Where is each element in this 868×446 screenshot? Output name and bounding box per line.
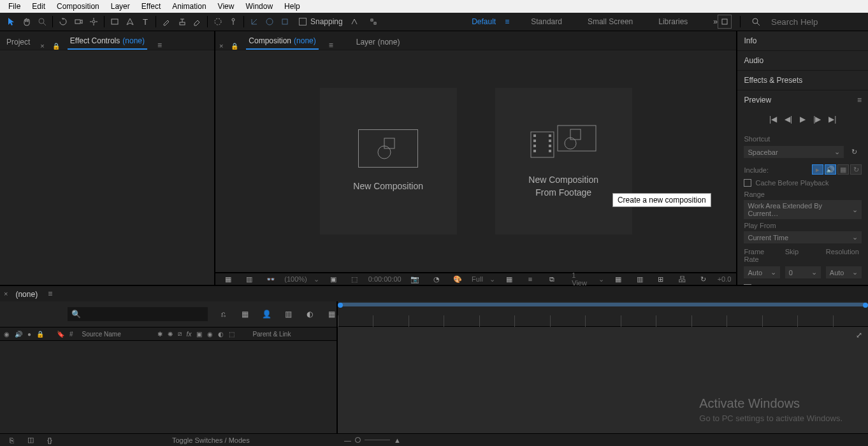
- exposure-value[interactable]: +0.0: [718, 275, 732, 283]
- expand-panel-icon[interactable]: ⤢: [852, 328, 866, 342]
- snapping-checkbox[interactable]: [299, 18, 307, 25]
- hide-shy-icon[interactable]: 👤: [259, 307, 273, 321]
- resolution-value[interactable]: Full: [472, 275, 483, 283]
- range-select[interactable]: Work Area Extended By Current…⌄: [744, 200, 862, 219]
- reset-exposure-icon[interactable]: ↻: [697, 272, 710, 286]
- rectangle-tool-icon[interactable]: [108, 15, 122, 29]
- workspace-standard[interactable]: Standard: [527, 15, 566, 28]
- pen-tool-icon[interactable]: [123, 15, 137, 29]
- panel-menu-icon[interactable]: ≡: [329, 41, 333, 50]
- close-tab-icon[interactable]: ×: [219, 42, 223, 50]
- always-preview-icon[interactable]: ▦: [221, 272, 235, 286]
- local-axis-icon[interactable]: [247, 15, 261, 29]
- puppet-pin-icon[interactable]: [226, 15, 240, 29]
- snap-collapse-icon[interactable]: [366, 15, 380, 29]
- view-layout-value[interactable]: 1 View: [572, 271, 592, 287]
- source-name-header[interactable]: Source Name: [82, 331, 152, 338]
- panel-menu-icon[interactable]: ≡: [157, 41, 162, 50]
- timeline-search-input[interactable]: [68, 307, 208, 321]
- brush-tool-icon[interactable]: [159, 15, 173, 29]
- show-channel-icon[interactable]: ◔: [430, 272, 443, 286]
- timeline-empty-area[interactable]: [0, 341, 336, 433]
- orbit-camera-icon[interactable]: [56, 15, 70, 29]
- lock-icon[interactable]: 🔒: [52, 43, 60, 50]
- menu-composition[interactable]: Composition: [51, 1, 105, 12]
- rotobrush-icon[interactable]: [211, 15, 225, 29]
- frame-blend-icon[interactable]: ▥: [281, 307, 295, 321]
- panel-menu-icon[interactable]: ≡: [48, 289, 52, 298]
- menu-window[interactable]: Window: [240, 1, 278, 12]
- close-tab-icon[interactable]: ×: [40, 42, 44, 50]
- audio-column-icon[interactable]: 🔊: [15, 331, 22, 338]
- workspace-libraries[interactable]: Libraries: [655, 15, 691, 28]
- play-icon[interactable]: ▶: [800, 115, 806, 124]
- tab-composition[interactable]: Composition (none): [246, 32, 318, 50]
- eraser-tool-icon[interactable]: [190, 15, 204, 29]
- menu-edit[interactable]: Edit: [26, 1, 51, 12]
- zoom-in-icon[interactable]: ▲: [394, 436, 401, 444]
- menu-file[interactable]: File: [3, 1, 26, 12]
- timeline-track-canvas[interactable]: Activate Windows Go to PC settings to ac…: [338, 327, 868, 433]
- preview-resolution-select[interactable]: Auto⌄: [826, 266, 862, 278]
- prev-frame-icon[interactable]: ◀|: [785, 115, 792, 124]
- parent-link-header[interactable]: Parent & Link: [252, 331, 291, 338]
- magnification-value[interactable]: (100%): [284, 275, 307, 283]
- work-area-bar[interactable]: [339, 303, 867, 306]
- solo-column-icon[interactable]: ●: [27, 331, 31, 338]
- time-ruler[interactable]: [338, 315, 868, 327]
- reset-shortcut-icon[interactable]: ↻: [847, 145, 861, 159]
- unified-camera-icon[interactable]: [71, 15, 85, 29]
- include-loop-icon[interactable]: ↻: [850, 164, 862, 175]
- clone-stamp-icon[interactable]: [175, 15, 189, 29]
- panel-menu-icon[interactable]: ≡: [857, 96, 862, 104]
- first-frame-icon[interactable]: |◀: [769, 115, 777, 124]
- type-tool-icon[interactable]: T: [138, 15, 152, 29]
- 3d-view-icon[interactable]: 品: [676, 272, 689, 286]
- search-help-input[interactable]: [769, 15, 864, 29]
- mask-icon[interactable]: 👓: [264, 272, 277, 286]
- include-audio-icon[interactable]: 🔊: [825, 164, 836, 175]
- workspace-menu-icon[interactable]: ≡: [505, 17, 509, 26]
- timeline-icon[interactable]: ≡: [523, 272, 537, 286]
- pixel-aspect-icon[interactable]: ▦: [611, 272, 625, 286]
- menu-effect[interactable]: Effect: [136, 1, 166, 12]
- toggle-switches-modes[interactable]: Toggle Switches / Modes: [172, 436, 250, 444]
- new-composition-from-footage-tile[interactable]: New CompositionFrom Footage: [495, 88, 632, 234]
- resolution-icon[interactable]: ▣: [326, 272, 340, 286]
- current-time[interactable]: 0:00:00:00: [368, 275, 401, 283]
- view-axis-icon[interactable]: [278, 15, 292, 29]
- preview-panel-header[interactable]: Preview ≡: [737, 90, 868, 110]
- pan-behind-icon[interactable]: [87, 15, 101, 29]
- tab-layer[interactable]: Layer (none): [354, 34, 403, 50]
- menu-layer[interactable]: Layer: [105, 1, 136, 12]
- next-frame-icon[interactable]: |▶: [813, 115, 821, 124]
- expand-folders-icon[interactable]: ⎘: [4, 433, 18, 447]
- menu-help[interactable]: Help: [278, 1, 306, 12]
- full-screen-checkbox[interactable]: [744, 284, 751, 285]
- lock-column-icon[interactable]: 🔒: [36, 331, 44, 338]
- home-icon[interactable]: [718, 15, 732, 29]
- grid-icon[interactable]: ⊞: [654, 272, 667, 286]
- zoom-handle[interactable]: [355, 437, 361, 443]
- lock-icon[interactable]: 🔒: [231, 43, 238, 50]
- skip-select[interactable]: 0⌄: [785, 266, 821, 278]
- tab-project[interactable]: Project: [4, 34, 33, 50]
- visibility-column-icon[interactable]: ◉: [4, 331, 10, 338]
- info-panel-header[interactable]: Info: [737, 31, 868, 50]
- color-mgmt-icon[interactable]: 🎨: [451, 272, 465, 286]
- menu-animation[interactable]: Animation: [166, 1, 212, 12]
- play-from-select[interactable]: Current Time⌄: [744, 231, 862, 243]
- roi-icon[interactable]: ⬚: [347, 272, 361, 286]
- switches-column-icon[interactable]: ✱: [157, 331, 163, 338]
- effects-presets-header[interactable]: Effects & Presets: [737, 71, 868, 90]
- magnification-dropdown-icon[interactable]: ⌄: [314, 275, 319, 284]
- transparency-grid-icon[interactable]: ▥: [242, 272, 256, 286]
- close-tab-icon[interactable]: ×: [4, 290, 8, 298]
- motion-blur-icon[interactable]: ◐: [303, 307, 317, 321]
- include-overlays-icon[interactable]: ▦: [837, 164, 849, 175]
- workspace-small-screen[interactable]: Small Screen: [584, 15, 637, 28]
- view-dropdown-icon[interactable]: ⌄: [598, 275, 604, 284]
- resolution-dropdown-icon[interactable]: ⌄: [489, 275, 495, 284]
- snapshot-icon[interactable]: 📷: [409, 272, 422, 286]
- draft-3d-icon[interactable]: ▦: [238, 307, 252, 321]
